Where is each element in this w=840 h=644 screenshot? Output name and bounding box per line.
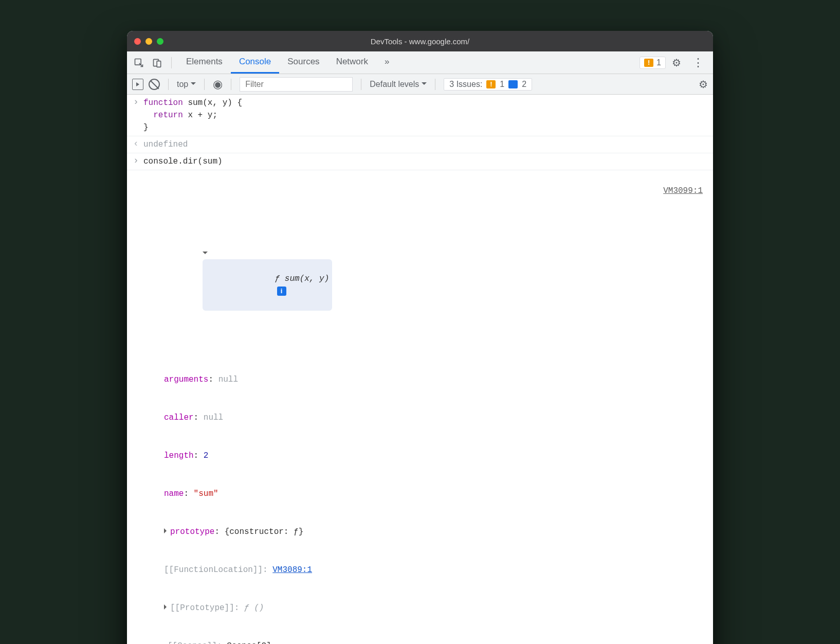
function-f: ƒ bbox=[275, 274, 285, 283]
disclosure-triangle-icon[interactable] bbox=[164, 528, 169, 533]
prop-prototype-internal[interactable]: [[Prototype]]: ƒ () bbox=[164, 601, 707, 615]
output-marker-icon bbox=[133, 138, 143, 149]
console-input-code: function sum(x, y) { return x + y; } bbox=[143, 97, 707, 134]
console-output-value: undefined bbox=[143, 138, 707, 151]
tab-sources[interactable]: Sources bbox=[279, 51, 327, 74]
source-reference[interactable]: VM3099:1 bbox=[663, 185, 707, 197]
minimize-icon[interactable] bbox=[145, 38, 152, 45]
devtools-window: DevTools - www.google.com/ Elements Cons… bbox=[127, 31, 713, 644]
device-toolbar-icon[interactable] bbox=[150, 55, 165, 70]
console-input-code: console.dir(sum) bbox=[143, 155, 707, 168]
context-label: top bbox=[177, 80, 188, 89]
separator bbox=[231, 79, 231, 90]
info-icon bbox=[508, 80, 518, 88]
disclosure-triangle-icon[interactable] bbox=[164, 604, 169, 610]
input-marker-icon bbox=[133, 97, 143, 107]
prop-arguments[interactable]: arguments: null bbox=[164, 373, 707, 386]
console-output-row: undefined bbox=[127, 136, 713, 153]
disclosure-triangle-icon[interactable] bbox=[203, 252, 208, 257]
context-selector[interactable]: top bbox=[177, 80, 196, 89]
settings-icon[interactable]: ⚙ bbox=[669, 55, 684, 70]
separator bbox=[361, 79, 361, 90]
issues-warn-count: 1 bbox=[500, 80, 504, 89]
object-tree: ƒ sum(x, y) i arguments: null caller: nu… bbox=[143, 209, 707, 644]
tree-header[interactable]: ƒ sum(x, y) i bbox=[143, 234, 707, 324]
issues-label: 3 Issues: bbox=[449, 80, 482, 89]
input-marker-icon bbox=[133, 155, 143, 166]
window-title: DevTools - www.google.com/ bbox=[127, 37, 713, 46]
filter-input[interactable] bbox=[240, 77, 353, 92]
info-badge-icon[interactable]: i bbox=[277, 287, 286, 296]
close-icon[interactable] bbox=[134, 38, 141, 45]
dir-content: VM3099:1 ƒ sum(x, y) i arguments: null c… bbox=[143, 172, 707, 644]
live-expression-icon[interactable]: ◉ bbox=[213, 78, 223, 91]
issues-info-count: 2 bbox=[522, 80, 526, 89]
prop-function-location[interactable]: [[FunctionLocation]]: VM3089:1 bbox=[164, 563, 707, 577]
tabs: Elements Console Sources Network » bbox=[178, 51, 397, 74]
levels-label: Default levels bbox=[370, 80, 419, 89]
more-icon[interactable]: ⋮ bbox=[687, 56, 709, 69]
separator bbox=[204, 79, 205, 90]
issues-badge[interactable]: 1 bbox=[640, 57, 666, 69]
separator bbox=[435, 79, 435, 90]
console-input-row: console.dir(sum) bbox=[127, 153, 713, 170]
function-signature: sum(x, y) bbox=[285, 274, 329, 283]
chevron-down-icon bbox=[422, 82, 427, 87]
tab-console[interactable]: Console bbox=[231, 51, 279, 74]
prop-length[interactable]: length: 2 bbox=[164, 449, 707, 462]
tree-children: arguments: null caller: null length: 2 n… bbox=[143, 348, 707, 644]
titlebar: DevTools - www.google.com/ bbox=[127, 31, 713, 51]
issues-summary[interactable]: 3 Issues: 1 2 bbox=[444, 78, 532, 91]
console-filter-bar: top ◉ Default levels 3 Issues: 1 2 ⚙ bbox=[127, 74, 713, 95]
issues-count: 1 bbox=[656, 58, 661, 67]
toggle-sidebar-icon[interactable] bbox=[132, 79, 143, 90]
tabs-overflow[interactable]: » bbox=[376, 51, 397, 74]
console-input-row: function sum(x, y) { return x + y; } bbox=[127, 95, 713, 136]
inspect-element-icon[interactable] bbox=[131, 55, 147, 70]
chevron-down-icon bbox=[191, 82, 196, 87]
main-tab-bar: Elements Console Sources Network » 1 ⚙ ⋮ bbox=[127, 51, 713, 74]
warning-icon bbox=[644, 59, 653, 67]
console-dir-row: VM3099:1 ƒ sum(x, y) i arguments: null c… bbox=[127, 170, 713, 644]
prop-prototype[interactable]: prototype: {constructor: ƒ} bbox=[164, 525, 707, 539]
svg-marker-3 bbox=[136, 82, 139, 86]
separator bbox=[171, 57, 172, 68]
clear-console-icon[interactable] bbox=[149, 79, 160, 90]
tab-elements[interactable]: Elements bbox=[178, 51, 231, 74]
console-output: function sum(x, y) { return x + y; } und… bbox=[127, 95, 713, 644]
console-settings-icon[interactable]: ⚙ bbox=[699, 78, 708, 91]
levels-selector[interactable]: Default levels bbox=[370, 80, 427, 89]
tab-network[interactable]: Network bbox=[328, 51, 376, 74]
maximize-icon[interactable] bbox=[157, 38, 163, 45]
prop-scopes[interactable]: [[Scopes]]: Scopes[2] bbox=[164, 639, 707, 644]
prop-name[interactable]: name: "sum" bbox=[164, 487, 707, 500]
vm-link[interactable]: VM3089:1 bbox=[272, 565, 312, 575]
separator bbox=[168, 79, 169, 90]
svg-rect-2 bbox=[157, 61, 161, 67]
traffic-lights bbox=[127, 38, 163, 45]
prop-caller[interactable]: caller: null bbox=[164, 411, 707, 424]
warning-icon bbox=[486, 80, 496, 88]
